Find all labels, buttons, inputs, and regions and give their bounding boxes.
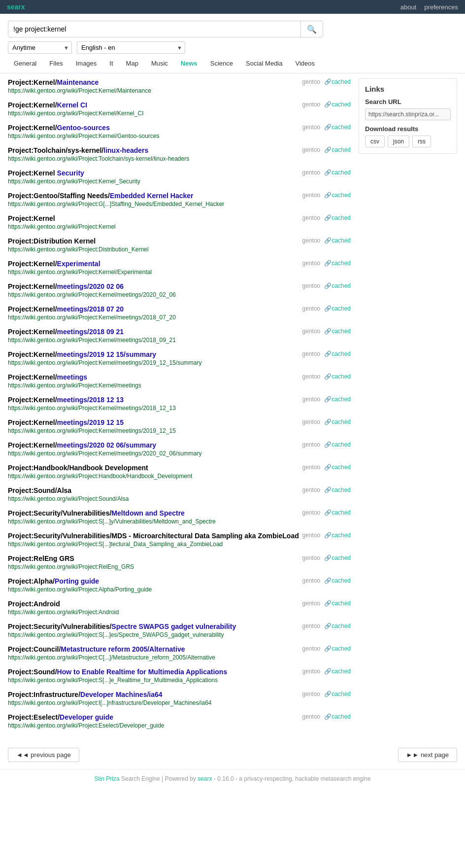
result-title-link[interactable]: Project:Security/Vulnerabilities/Meltdow… bbox=[8, 509, 185, 517]
result-row-26: Project:Sound/How to Enable Realtime for… bbox=[8, 668, 351, 684]
result-item: Project:Security/Vulnerabilities/Spectre… bbox=[8, 623, 351, 638]
lang-filter-select[interactable]: English - en Deutsch - de Français - fr bbox=[77, 41, 185, 54]
result-cached-link[interactable]: 🔗cached bbox=[324, 623, 351, 629]
download-rss-button[interactable]: rss bbox=[412, 136, 431, 147]
result-cached-link[interactable]: 🔗cached bbox=[324, 282, 351, 289]
result-meta: gentoo 🔗cached bbox=[302, 260, 351, 267]
result-cached-link[interactable]: 🔗cached bbox=[324, 214, 351, 221]
result-title-link[interactable]: Project:Kernel/meetings/2018 07 20 bbox=[8, 305, 124, 313]
result-source: gentoo bbox=[302, 577, 321, 584]
result-title-black: Project:Infrastructure/ bbox=[8, 691, 80, 698]
result-title-link[interactable]: Project:Android bbox=[8, 600, 60, 608]
result-cached-link[interactable]: 🔗cached bbox=[324, 350, 351, 357]
result-url: https://wiki.gentoo.org/wiki/Project:Ker… bbox=[8, 87, 299, 94]
result-title-link[interactable]: Project:Security/Vulnerabilities/MDS - M… bbox=[8, 532, 299, 540]
result-main-15: Project:Kernel/meetings/2019 12 15 https… bbox=[8, 418, 299, 434]
result-cached-link[interactable]: 🔗cached bbox=[324, 192, 351, 199]
result-title-link[interactable]: Project:Kernel/meetings/2019 12 15/summa… bbox=[8, 350, 156, 358]
tab-map[interactable]: Map bbox=[120, 58, 144, 69]
result-title-link[interactable]: Project:Kernel/meetings/2020 02 06/summa… bbox=[8, 441, 156, 449]
result-cached-link[interactable]: 🔗cached bbox=[324, 78, 351, 85]
result-item: Project:Infrastructure/Developer Machine… bbox=[8, 691, 351, 706]
result-cached-link[interactable]: 🔗cached bbox=[324, 124, 351, 131]
result-meta: gentoo 🔗cached bbox=[302, 101, 351, 108]
result-source: gentoo bbox=[302, 124, 321, 131]
result-cached-link[interactable]: 🔗cached bbox=[324, 509, 351, 516]
tab-music[interactable]: Music bbox=[145, 58, 174, 69]
result-cached-link[interactable]: 🔗cached bbox=[324, 713, 351, 720]
result-title-link[interactable]: Project:Kernel/meetings/2020 02 06 bbox=[8, 282, 124, 290]
result-cached-link[interactable]: 🔗cached bbox=[324, 555, 351, 561]
result-meta: gentoo 🔗cached bbox=[302, 486, 351, 493]
tab-files[interactable]: Files bbox=[43, 58, 68, 69]
tab-general[interactable]: General bbox=[8, 58, 42, 69]
result-cached-link[interactable]: 🔗cached bbox=[324, 486, 351, 493]
result-title-link[interactable]: Project:Kernel/Gentoo-sources bbox=[8, 124, 110, 132]
result-cached-link[interactable]: 🔗cached bbox=[324, 645, 351, 652]
footer-stinpriza-link[interactable]: Stin Priza bbox=[94, 775, 119, 782]
result-url: https://wiki.gentoo.org/wiki/Project:Ker… bbox=[8, 269, 299, 276]
search-input[interactable] bbox=[8, 21, 300, 37]
result-cached-link[interactable]: 🔗cached bbox=[324, 532, 351, 539]
about-link[interactable]: about bbox=[400, 3, 417, 11]
download-json-button[interactable]: json bbox=[388, 136, 409, 147]
result-title: Project:Security/Vulnerabilities/MDS - M… bbox=[8, 532, 299, 540]
result-title-link[interactable]: Project:Kernel/meetings/2018 09 21 bbox=[8, 328, 124, 336]
footer-searx-link[interactable]: searx bbox=[198, 775, 212, 782]
search-button[interactable]: 🔍 bbox=[300, 21, 323, 37]
search-url-input[interactable] bbox=[365, 108, 451, 120]
prev-page-button[interactable]: ◄◄ previous page bbox=[8, 748, 79, 762]
result-title-link[interactable]: Project:Kernel/Maintenance bbox=[8, 78, 99, 86]
result-cached-link[interactable]: 🔗cached bbox=[324, 169, 351, 176]
result-meta: gentoo 🔗cached bbox=[302, 214, 351, 221]
preferences-link[interactable]: preferences bbox=[424, 3, 458, 11]
result-title-link[interactable]: Project:Kernel/meetings/2018 12 13 bbox=[8, 396, 124, 404]
result-cached-link[interactable]: 🔗cached bbox=[324, 373, 351, 380]
result-title-link[interactable]: Project:Gentoo/Staffing Needs/Embedded K… bbox=[8, 192, 194, 200]
result-title-link[interactable]: Project:Kernel/meetings bbox=[8, 373, 87, 381]
sidebar-box: Links Search URL Download results csv js… bbox=[359, 78, 457, 154]
result-cached-link[interactable]: 🔗cached bbox=[324, 600, 351, 607]
result-cached-link[interactable]: 🔗cached bbox=[324, 237, 351, 244]
result-cached-link[interactable]: 🔗cached bbox=[324, 577, 351, 584]
result-title-link[interactable]: Project:Sound/Alsa bbox=[8, 486, 71, 494]
result-cached-link[interactable]: 🔗cached bbox=[324, 418, 351, 425]
result-cached-link[interactable]: 🔗cached bbox=[324, 441, 351, 448]
result-title-link[interactable]: Project:Kernel/meetings/2019 12 15 bbox=[8, 418, 124, 426]
next-page-button[interactable]: ►► next page bbox=[398, 748, 457, 762]
result-title-link[interactable]: Project:Kernel/Experimental bbox=[8, 260, 100, 268]
result-title-link[interactable]: Project:Alpha/Porting guide bbox=[8, 577, 99, 585]
result-cached-link[interactable]: 🔗cached bbox=[324, 396, 351, 403]
result-cached-link[interactable]: 🔗cached bbox=[324, 668, 351, 675]
result-title-link[interactable]: Project:Council/Metastructure reform 200… bbox=[8, 645, 185, 653]
result-title-link[interactable]: Project:Kernel Security bbox=[8, 169, 84, 177]
result-title-link[interactable]: Project:Infrastructure/Developer Machine… bbox=[8, 691, 163, 698]
result-cached-link[interactable]: 🔗cached bbox=[324, 691, 351, 697]
result-title-link[interactable]: Project:Sound/How to Enable Realtime for… bbox=[8, 668, 227, 676]
tab-images[interactable]: Images bbox=[70, 58, 103, 69]
result-cached-link[interactable]: 🔗cached bbox=[324, 146, 351, 153]
result-cached-link[interactable]: 🔗cached bbox=[324, 328, 351, 335]
result-title-link[interactable]: Project:Toolchain/sys-kernel/linux-heade… bbox=[8, 146, 148, 154]
result-title-link[interactable]: Project:Handbook/Handbook Development bbox=[8, 464, 148, 472]
tab-videos[interactable]: Videos bbox=[289, 58, 321, 69]
download-csv-button[interactable]: csv bbox=[365, 136, 385, 147]
result-cached-link[interactable]: 🔗cached bbox=[324, 260, 351, 267]
result-item: Project:Kernel/meetings/2019 12 15 https… bbox=[8, 418, 351, 434]
result-cached-link[interactable]: 🔗cached bbox=[324, 305, 351, 312]
result-title-link[interactable]: Project:Security/Vulnerabilities/Spectre… bbox=[8, 623, 236, 630]
tab-science[interactable]: Science bbox=[204, 58, 239, 69]
time-filter-select[interactable]: Anytime Last day Last week Last month La… bbox=[8, 41, 72, 54]
result-title-link[interactable]: Project:Eselect/Developer guide bbox=[8, 713, 113, 721]
result-title-link[interactable]: Project:RelEng GRS bbox=[8, 555, 74, 562]
tab-news[interactable]: News bbox=[175, 58, 203, 69]
result-cached-link[interactable]: 🔗cached bbox=[324, 101, 351, 108]
result-row-5: Project:Gentoo/Staffing Needs/Embedded K… bbox=[8, 192, 351, 208]
result-title-link[interactable]: Project:Kernel/Kernel CI bbox=[8, 101, 87, 109]
result-cached-link[interactable]: 🔗cached bbox=[324, 464, 351, 471]
tab-it[interactable]: It bbox=[103, 58, 119, 69]
result-title-link[interactable]: Project:Distribution Kernel bbox=[8, 237, 96, 245]
result-title-link[interactable]: Project:Kernel bbox=[8, 214, 55, 222]
tab-social-media[interactable]: Social Media bbox=[240, 58, 288, 69]
footer-text-middle: Search Engine | Powered by bbox=[121, 775, 198, 782]
